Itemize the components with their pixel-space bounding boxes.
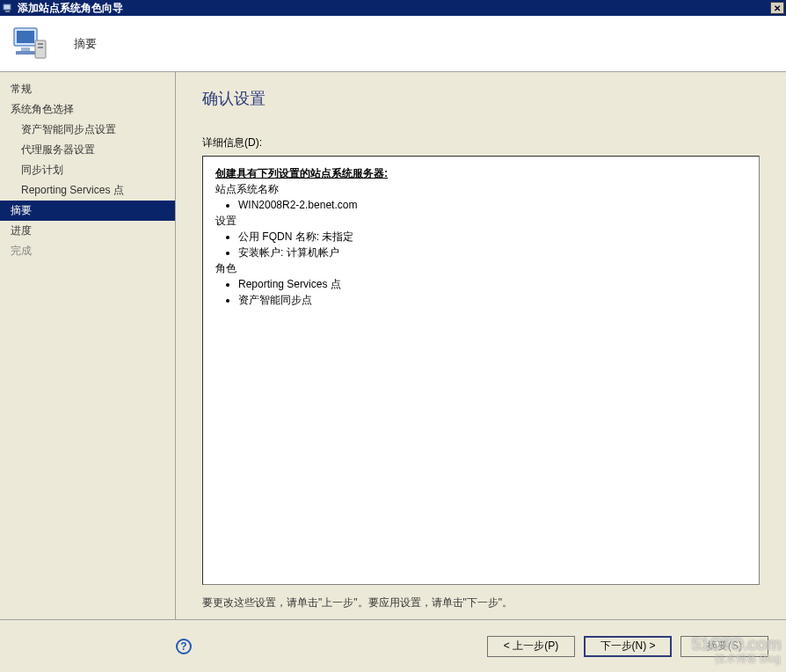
instruction-text: 要更改这些设置，请单击"上一步"。要应用设置，请单击"下一步"。 bbox=[202, 595, 760, 610]
main-content: 确认设置 详细信息(D): 创建具有下列设置的站点系统服务器: 站点系统名称 W… bbox=[176, 72, 786, 619]
footer: ? < 上一步(P) 下一步(N) > 摘要(S) bbox=[0, 619, 786, 672]
header: 摘要 bbox=[0, 16, 786, 72]
titlebar-buttons: ✕ bbox=[769, 2, 784, 14]
svg-rect-5 bbox=[16, 51, 35, 55]
svg-rect-8 bbox=[38, 47, 43, 48]
body: 常规系统角色选择资产智能同步点设置代理服务器设置同步计划Reporting Se… bbox=[0, 72, 786, 619]
summary-button: 摘要(S) bbox=[680, 636, 768, 657]
site-name-value: WIN2008R2-2.benet.com bbox=[238, 197, 746, 213]
header-computer-icon bbox=[9, 23, 51, 65]
sidebar-item-0[interactable]: 常规 bbox=[0, 79, 175, 99]
settings-item-0: 公用 FQDN 名称: 未指定 bbox=[238, 229, 746, 245]
header-title: 摘要 bbox=[74, 36, 97, 52]
settings-item-1: 安装帐户: 计算机帐户 bbox=[238, 245, 746, 260]
next-button[interactable]: 下一步(N) > bbox=[584, 636, 672, 657]
previous-button[interactable]: < 上一步(P) bbox=[487, 636, 575, 657]
roles-label: 角色 bbox=[215, 260, 746, 276]
roles-item-1: 资产智能同步点 bbox=[238, 292, 746, 308]
site-name-label: 站点系统名称 bbox=[215, 181, 746, 197]
window-title: 添加站点系统角色向导 bbox=[18, 1, 769, 16]
sidebar-item-6[interactable]: 摘要 bbox=[0, 201, 175, 221]
page-heading: 确认设置 bbox=[202, 88, 760, 109]
details-label: 详细信息(D): bbox=[202, 135, 760, 150]
details-heading: 创建具有下列设置的站点系统服务器: bbox=[215, 165, 746, 181]
sidebar-item-1[interactable]: 系统角色选择 bbox=[0, 99, 175, 120]
svg-rect-7 bbox=[38, 43, 43, 45]
sidebar-item-7[interactable]: 进度 bbox=[0, 221, 175, 241]
sidebar-item-8: 完成 bbox=[0, 241, 175, 261]
settings-label: 设置 bbox=[215, 213, 746, 229]
sidebar-item-3[interactable]: 代理服务器设置 bbox=[0, 140, 175, 160]
svg-rect-4 bbox=[21, 47, 30, 51]
titlebar: 添加站点系统角色向导 ✕ bbox=[0, 0, 786, 16]
help-icon[interactable]: ? bbox=[176, 639, 192, 654]
roles-item-0: Reporting Services 点 bbox=[238, 276, 746, 292]
wizard-icon bbox=[2, 2, 14, 14]
close-button[interactable]: ✕ bbox=[770, 2, 784, 14]
svg-rect-1 bbox=[5, 11, 10, 12]
svg-rect-3 bbox=[17, 31, 34, 43]
sidebar-item-4[interactable]: 同步计划 bbox=[0, 160, 175, 180]
sidebar-item-5[interactable]: Reporting Services 点 bbox=[0, 180, 175, 201]
svg-rect-0 bbox=[4, 4, 11, 10]
sidebar: 常规系统角色选择资产智能同步点设置代理服务器设置同步计划Reporting Se… bbox=[0, 72, 176, 619]
sidebar-item-2[interactable]: 资产智能同步点设置 bbox=[0, 120, 175, 140]
details-textbox[interactable]: 创建具有下列设置的站点系统服务器: 站点系统名称 WIN2008R2-2.ben… bbox=[202, 156, 760, 585]
